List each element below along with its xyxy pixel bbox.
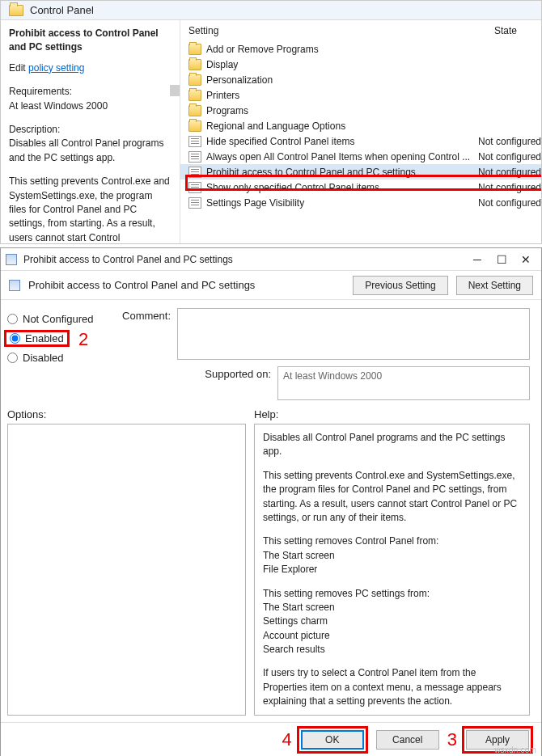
folder-icon	[188, 44, 201, 55]
row-label: Programs	[206, 105, 478, 116]
row-label: Always open All Control Panel Items when…	[206, 151, 478, 163]
gpe-header: Control Panel	[1, 1, 541, 20]
row-label: Regional and Language Options	[206, 120, 478, 132]
sub-header: Prohibit access to Control Panel and PC …	[1, 271, 541, 300]
list-item[interactable]: Printers	[180, 87, 541, 103]
subheader-icon	[9, 280, 20, 291]
setting-icon	[188, 182, 201, 193]
edit-policy-link[interactable]: policy setting	[28, 62, 84, 74]
supported-label: Supported on:	[112, 366, 271, 400]
annotation-num-3: 3	[447, 729, 457, 750]
minimize-button[interactable]: ─	[472, 254, 483, 265]
row-label: Personalization	[206, 74, 478, 86]
row-label: Add or Remove Programs	[206, 44, 478, 55]
button-bar: 4 OK Cancel 3 Apply	[1, 722, 541, 756]
radio-disabled-label: Disabled	[23, 352, 64, 364]
dialog-icon	[6, 254, 17, 265]
edit-prefix: Edit	[9, 62, 26, 74]
desc-label: Description:	[9, 123, 171, 137]
row-state: Not configured	[478, 182, 541, 193]
radio-enabled[interactable]	[10, 333, 20, 344]
help-label: Help:	[254, 408, 530, 420]
help-p2: This setting prevents Control.exe and Sy…	[263, 469, 521, 526]
subheader-text: Prohibit access to Control Panel and PC …	[28, 279, 345, 291]
help-p1: Disables all Control Panel programs and …	[263, 431, 521, 459]
comment-label: Comment:	[112, 308, 171, 360]
list-item[interactable]: Add or Remove Programs	[180, 41, 541, 57]
radio-not-configured-label: Not Configured	[23, 313, 93, 325]
options-box	[7, 424, 246, 716]
row-state: Not configured	[478, 136, 541, 147]
folder-icon	[188, 120, 201, 132]
list-item[interactable]: Show only specified Control Panel itemsN…	[180, 179, 541, 195]
req-text: At least Windows 2000	[9, 99, 171, 113]
annotation-num-2: 2	[78, 329, 88, 350]
radio-not-configured[interactable]	[7, 314, 18, 324]
folder-icon	[188, 74, 201, 86]
detail-title: Prohibit access to Control Panel and PC …	[9, 27, 171, 55]
next-setting-button[interactable]: Next Setting	[456, 276, 533, 295]
setting-icon	[188, 167, 201, 178]
list-item[interactable]: Hide specified Control Panel itemsNot co…	[180, 133, 541, 149]
folder-icon	[9, 5, 23, 16]
list-item[interactable]: Display	[180, 57, 541, 72]
radio-enabled-row[interactable]: Enabled	[7, 330, 103, 347]
close-button[interactable]: ✕	[520, 254, 531, 265]
desc-text: Disables all Control Panel programs and …	[9, 137, 171, 165]
radio-not-configured-row[interactable]: Not Configured	[7, 313, 103, 325]
desc-more: This setting prevents Control.exe and Sy…	[9, 175, 171, 243]
comment-textarea[interactable]	[177, 308, 530, 360]
options-label: Options:	[7, 408, 246, 420]
gpe-header-title: Control Panel	[30, 4, 94, 16]
list-item[interactable]: Prohibit access to Control Panel and PC …	[180, 164, 541, 179]
policy-dialog: Prohibit access to Control Panel and PC …	[0, 247, 542, 756]
supported-text: At least Windows 2000	[277, 366, 530, 400]
radio-enabled-label: Enabled	[25, 332, 64, 344]
row-label: Hide specified Control Panel items	[206, 136, 478, 147]
list-item[interactable]: Programs	[180, 103, 541, 118]
scroll-indicator[interactable]	[170, 85, 180, 96]
folder-icon	[188, 59, 201, 70]
watermark: wsxdn.com	[494, 745, 536, 754]
dialog-title: Prohibit access to Control Panel and PC …	[23, 254, 465, 265]
previous-setting-button[interactable]: Previous Setting	[353, 276, 447, 295]
row-state: Not configured	[478, 167, 541, 178]
row-state: Not configured	[478, 197, 541, 209]
settings-list: Setting State Add or Remove ProgramsDisp…	[180, 20, 541, 243]
folder-icon	[188, 90, 201, 101]
help-p4: This setting removes PC settings from: T…	[263, 587, 521, 657]
row-label: Display	[206, 59, 478, 70]
list-item[interactable]: Regional and Language Options	[180, 118, 541, 133]
maximize-button[interactable]: ☐	[496, 254, 507, 265]
column-headers: Setting State	[180, 20, 541, 41]
col-setting[interactable]: Setting	[188, 25, 464, 36]
row-label: Printers	[206, 90, 478, 101]
annotation-num-4: 4	[282, 729, 292, 750]
list-item[interactable]: Settings Page VisibilityNot configured	[180, 195, 541, 210]
row-label: Prohibit access to Control Panel and PC …	[206, 167, 478, 178]
cancel-button[interactable]: Cancel	[376, 730, 439, 750]
row-state: Not configured	[478, 151, 541, 163]
help-p3: This setting removes Control Panel from:…	[263, 534, 521, 577]
req-label: Requirements:	[9, 85, 171, 99]
setting-icon	[188, 151, 201, 163]
help-p5: If users try to select a Control Panel i…	[263, 666, 521, 708]
help-box: Disables all Control Panel programs and …	[254, 424, 530, 716]
radio-disabled-row[interactable]: Disabled	[7, 352, 103, 364]
row-label: Settings Page Visibility	[206, 197, 478, 209]
ok-button[interactable]: OK	[301, 730, 364, 750]
setting-icon	[188, 197, 201, 209]
titlebar: Prohibit access to Control Panel and PC …	[1, 248, 541, 271]
setting-icon	[188, 136, 201, 147]
list-item[interactable]: Personalization	[180, 72, 541, 87]
radio-disabled[interactable]	[7, 353, 18, 363]
row-label: Show only specified Control Panel items	[206, 182, 478, 193]
gpe-pane: Control Panel Prohibit access to Control…	[0, 0, 542, 244]
folder-icon	[188, 105, 201, 116]
list-item[interactable]: Always open All Control Panel Items when…	[180, 149, 541, 164]
detail-panel: Prohibit access to Control Panel and PC …	[1, 20, 180, 243]
col-state[interactable]: State	[464, 25, 533, 36]
